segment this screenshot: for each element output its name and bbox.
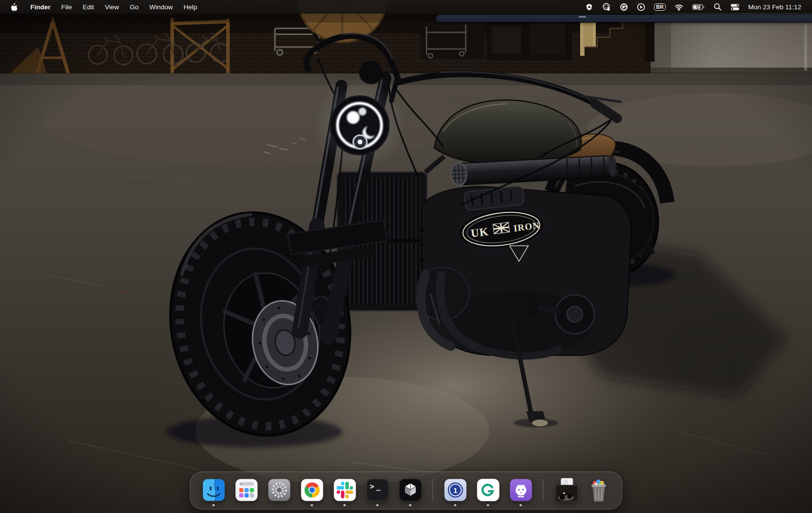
apple-logo-icon [10, 2, 17, 11]
menu-file[interactable]: File [56, 0, 77, 14]
menu-help[interactable]: Help [178, 0, 203, 14]
spotlight-icon[interactable] [709, 0, 726, 14]
battery-charging-icon[interactable] [688, 0, 709, 14]
menu-bar: Finder File Edit View Go Window Help [0, 0, 812, 14]
menu-view[interactable]: View [99, 0, 124, 14]
grammarly-menu-icon[interactable] [615, 0, 632, 14]
github-icon [509, 478, 533, 502]
running-indicator [376, 504, 379, 507]
dock-item-trash[interactable] [586, 478, 611, 507]
running-indicator [487, 504, 489, 507]
dock-item-app-library[interactable] [234, 478, 259, 507]
grammarly-icon [476, 478, 500, 502]
running-indicator [409, 504, 411, 507]
desktop-wallpaper: UK IRON [0, 0, 812, 513]
dock-separator [543, 479, 543, 502]
dock-item-downloads[interactable] [554, 478, 578, 507]
dock-item-slack[interactable] [333, 478, 357, 507]
running-indicator [311, 504, 313, 507]
app-menu-finder[interactable]: Finder [25, 0, 56, 14]
downloads-stack-icon [554, 478, 578, 502]
input-source-badge[interactable]: BR [650, 0, 671, 14]
cube-app-menu-icon[interactable] [581, 0, 598, 14]
dock-item-system-settings[interactable] [267, 478, 292, 507]
running-indicator [343, 504, 346, 507]
app-library-icon [234, 478, 259, 502]
dock-item-cube-3d-app[interactable] [398, 478, 423, 507]
svg-text:1: 1 [453, 486, 457, 494]
dock-item-github[interactable] [509, 478, 533, 507]
window-drag-handle [579, 16, 586, 18]
menu-window[interactable]: Window [144, 0, 178, 14]
running-indicator [519, 504, 522, 507]
dock-separator [432, 479, 433, 502]
chrome-icon [300, 478, 324, 502]
trash-icon [586, 478, 611, 502]
control-center-icon[interactable] [726, 0, 744, 14]
dock-item-1password[interactable]: 1 [443, 478, 468, 507]
desktop: UK IRON [0, 0, 812, 513]
dock-item-terminal[interactable]: > [365, 478, 390, 507]
dock-item-finder[interactable] [202, 478, 226, 507]
running-indicator [212, 504, 215, 507]
background-window-edge[interactable] [435, 14, 812, 23]
dock-item-chrome[interactable] [300, 478, 324, 507]
menu-bar-clock[interactable]: Mon 23 Feb 11:12 [744, 3, 806, 11]
cube-3d-app-icon [398, 478, 423, 502]
svg-text:>: > [370, 482, 374, 491]
play-menu-icon[interactable] [632, 0, 650, 14]
menu-go[interactable]: Go [124, 0, 144, 14]
dock-item-grammarly[interactable] [476, 478, 500, 507]
running-indicator [454, 504, 456, 507]
slack-icon [333, 478, 357, 502]
dock: > 1 [190, 471, 622, 510]
apple-menu[interactable] [0, 0, 25, 14]
menu-edit[interactable]: Edit [77, 0, 99, 14]
1password-icon: 1 [443, 478, 468, 502]
wifi-icon[interactable] [670, 0, 688, 14]
finder-icon [202, 478, 226, 502]
system-settings-icon [267, 478, 292, 502]
terminal-icon: > [365, 478, 390, 502]
privacy-lock-menu-icon[interactable] [598, 0, 615, 14]
